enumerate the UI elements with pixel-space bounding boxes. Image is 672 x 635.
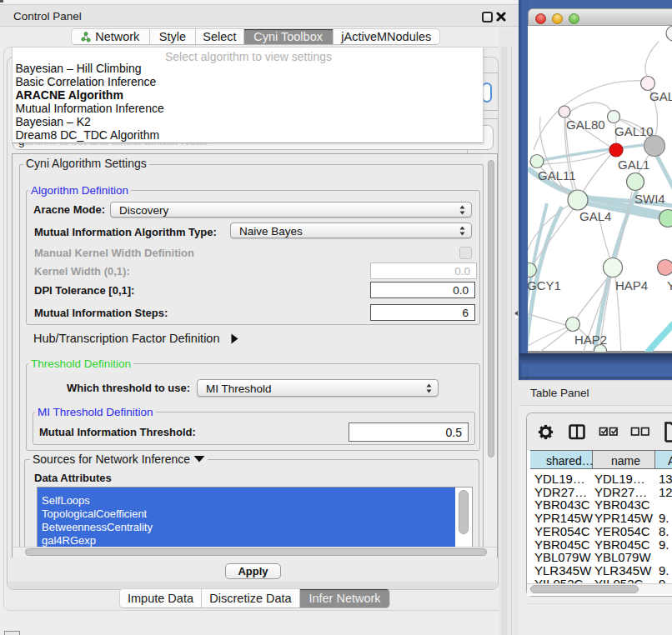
svg-text:GAL4: GAL4 <box>579 209 611 223</box>
svg-text:GAL10: GAL10 <box>614 124 654 138</box>
svg-text:GAL1: GAL1 <box>618 158 649 172</box>
svg-text:GCY1: GCY1 <box>528 278 561 292</box>
svg-text:HAP4: HAP4 <box>615 278 648 292</box>
svg-text:GAL80: GAL80 <box>566 118 605 132</box>
svg-text:HAP2: HAP2 <box>574 332 607 347</box>
svg-text:Y: Y <box>667 278 672 292</box>
svg-text:GAL: GAL <box>649 89 672 103</box>
svg-text:GAL11: GAL11 <box>538 168 576 182</box>
svg-text:SWI4: SWI4 <box>634 192 665 206</box>
